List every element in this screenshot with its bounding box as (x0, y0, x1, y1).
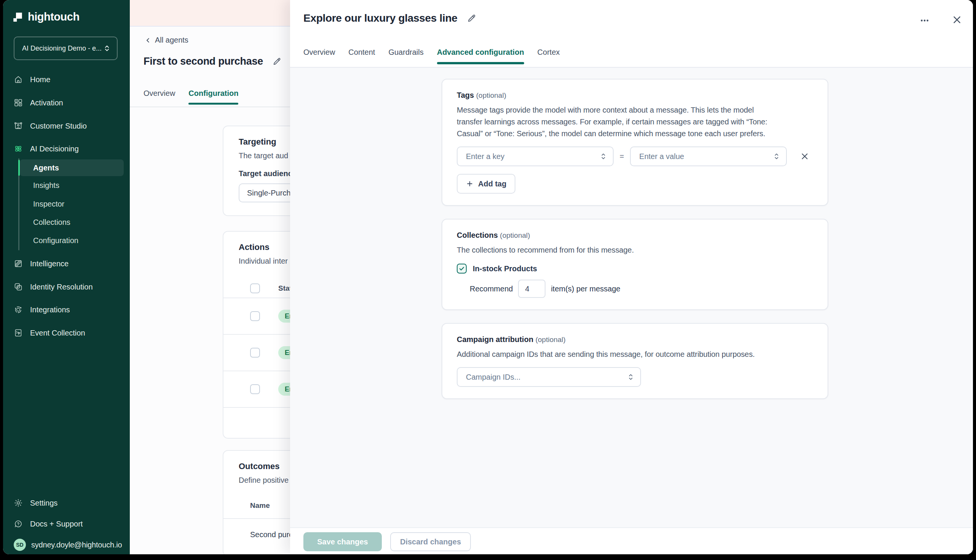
identity-resolution-icon (14, 282, 23, 292)
sidebar-item-docs-support[interactable]: Docs + Support (8, 515, 123, 532)
add-tag-button[interactable]: Add tag (457, 174, 516, 193)
sidebar-item-configuration[interactable]: Configuration (20, 232, 124, 249)
tab-guardrails[interactable]: Guardrails (388, 48, 423, 63)
select-all-checkbox[interactable] (250, 283, 260, 293)
user-email: sydney.doyle@hightouch.io (31, 541, 122, 549)
close-icon (952, 15, 962, 25)
tab-advanced-configuration[interactable]: Advanced configuration (437, 48, 524, 63)
chevron-updown-icon (773, 153, 780, 160)
sidebar-item-label: Settings (30, 499, 57, 508)
tags-description: Message tags provide the model with more… (457, 104, 813, 140)
tab-overview[interactable]: Overview (304, 48, 335, 63)
sidebar-item-label: Intelligence (30, 260, 68, 268)
sidebar-item-intelligence[interactable]: Intelligence (8, 255, 123, 272)
recommend-label: Recommend (470, 285, 513, 293)
edit-message-title-icon[interactable] (467, 13, 477, 23)
breadcrumb[interactable]: All agents (145, 36, 189, 45)
workspace-selector[interactable]: AI Decisioning Demo - e... (14, 37, 118, 60)
sidebar-item-agents[interactable]: Agents (20, 159, 124, 176)
gear-icon (14, 498, 23, 508)
drawer-footer: Save changes Discard changes (290, 527, 973, 554)
home-icon (14, 75, 23, 84)
page-tabs: Overview Configuration (143, 89, 238, 104)
campaign-description: Additional campaign IDs that are sending… (457, 348, 813, 360)
tag-value-select[interactable]: Enter a value (630, 147, 787, 166)
sidebar-item-label: Customer Studio (30, 122, 87, 130)
chevron-updown-icon (627, 373, 634, 381)
sidebar-item-inspector[interactable]: Inspector (20, 195, 124, 212)
sidebar-item-label: Configuration (33, 236, 78, 245)
sidebar-user[interactable]: SD sydney.doyle@hightouch.io (8, 537, 123, 553)
drawer-tabs: Overview Content Guardrails Advanced con… (304, 48, 560, 63)
sidebar-item-customer-studio[interactable]: Customer Studio (8, 118, 123, 134)
equals-sign: = (620, 152, 624, 161)
more-options-button[interactable] (916, 12, 933, 29)
app-window: hightouch AI Decisioning Demo - e... Hom… (3, 0, 973, 554)
sidebar-item-label: AI Decisioning (30, 145, 79, 153)
page-title: First to second purchase (143, 55, 263, 67)
sidebar-item-label: Identity Resolution (30, 283, 93, 292)
drawer-title: Explore our luxury glasses line (304, 12, 457, 24)
sidebar-item-label: Agents (33, 163, 59, 172)
workspace-label: AI Decisioning Demo - e... (22, 45, 102, 52)
sidebar-item-insights[interactable]: Insights (20, 177, 124, 193)
chevron-updown-icon (103, 45, 111, 52)
plus-icon (466, 180, 474, 188)
tab-overview[interactable]: Overview (143, 89, 175, 104)
campaign-attribution-card: Campaign attribution (optional) Addition… (442, 323, 828, 399)
campaign-ids-select[interactable]: Campaign IDs... (457, 367, 641, 387)
help-bubble-icon (14, 519, 23, 528)
customer-studio-icon (14, 122, 23, 130)
sidebar-item-label: Event Collection (30, 329, 85, 337)
integrations-icon (14, 305, 23, 314)
collections-description: The collections to recommend from for th… (457, 244, 813, 256)
sidebar-item-label: Insights (33, 181, 59, 190)
chevron-updown-icon (600, 153, 607, 160)
row-checkbox[interactable] (250, 348, 260, 358)
tags-card: Tags (optional) Message tags provide the… (442, 79, 828, 206)
tags-heading: Tags (optional) (457, 91, 813, 100)
activation-icon (14, 98, 23, 107)
sidebar-item-collections[interactable]: Collections (20, 214, 124, 230)
collections-card: Collections (optional) The collections t… (442, 219, 828, 310)
campaign-heading: Campaign attribution (optional) (457, 335, 813, 344)
collections-heading: Collections (optional) (457, 231, 813, 240)
in-stock-products-checkbox[interactable] (457, 263, 467, 273)
tag-key-select[interactable]: Enter a key (457, 147, 614, 166)
sidebar-item-activation[interactable]: Activation (8, 94, 123, 111)
items-per-message-label: item(s) per message (551, 285, 620, 293)
tab-content[interactable]: Content (348, 48, 375, 63)
sidebar-item-label: Integrations (30, 305, 70, 314)
row-checkbox[interactable] (250, 384, 260, 394)
sidebar-item-home[interactable]: Home (8, 71, 123, 88)
hightouch-logo[interactable]: hightouch (13, 11, 80, 23)
sidebar-item-identity-resolution[interactable]: Identity Resolution (8, 278, 123, 295)
sidebar-item-event-collection[interactable]: Event Collection (8, 325, 123, 341)
ai-decisioning-icon (14, 144, 23, 153)
sidebar-item-settings[interactable]: Settings (8, 495, 123, 511)
close-icon (800, 152, 809, 161)
intelligence-icon (14, 259, 23, 268)
message-drawer: Explore our luxury glasses line Overview… (290, 0, 973, 554)
sidebar-item-ai-decisioning[interactable]: AI Decisioning (8, 140, 123, 157)
checkbox-label: In-stock Products (473, 264, 537, 273)
sidebar-item-label: Inspector (33, 200, 64, 208)
items-per-message-input[interactable]: 4 (518, 280, 546, 298)
close-button[interactable] (949, 12, 965, 28)
avatar: SD (14, 539, 26, 551)
tab-cortex[interactable]: Cortex (537, 48, 560, 63)
save-changes-button[interactable]: Save changes (304, 532, 382, 551)
logo-mark-icon (13, 12, 23, 22)
breadcrumb-label: All agents (155, 36, 189, 45)
remove-tag-button[interactable] (797, 148, 813, 165)
discard-changes-button[interactable]: Discard changes (390, 532, 471, 551)
sidebar: hightouch AI Decisioning Demo - e... Hom… (3, 0, 130, 554)
edit-title-icon[interactable] (272, 57, 282, 66)
sidebar-item-label: Activation (30, 98, 63, 107)
sidebar-item-integrations[interactable]: Integrations (8, 301, 123, 318)
row-checkbox[interactable] (250, 311, 260, 321)
sidebar-item-label: Home (30, 75, 50, 84)
tab-configuration[interactable]: Configuration (189, 89, 238, 104)
event-collection-icon (14, 328, 23, 337)
ellipsis-icon (920, 16, 929, 25)
